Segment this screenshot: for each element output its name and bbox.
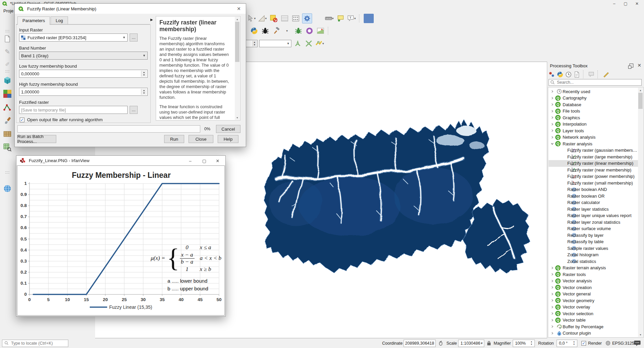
toolbox-group-buffer-by-percentage[interactable]: %Buffer by Percentage bbox=[549, 323, 638, 330]
toolbox-group-vector-table[interactable]: QVector table bbox=[549, 317, 638, 324]
tab-log[interactable]: Log bbox=[51, 16, 68, 25]
toolbox-group-vector-geometry[interactable]: QVector geometry bbox=[549, 297, 638, 304]
deselect-features-icon[interactable] bbox=[269, 14, 278, 23]
minimize-button[interactable]: – bbox=[609, 0, 620, 7]
chevron-right-icon[interactable] bbox=[551, 319, 554, 322]
toolbox-group-graphics[interactable]: QGraphics bbox=[549, 114, 638, 121]
maximize-button[interactable]: ▢ bbox=[620, 0, 631, 7]
toolbox-search[interactable] bbox=[549, 79, 642, 86]
toolbox-group-file-tools[interactable]: QFile tools bbox=[549, 108, 638, 115]
toolbox-algorithm-raster-layer-unique-values-report[interactable]: Raster layer unique values report bbox=[549, 212, 638, 219]
close-button[interactable]: ✕ bbox=[631, 0, 643, 7]
python-console-icon[interactable] bbox=[249, 26, 259, 36]
chevron-right-icon[interactable] bbox=[551, 110, 554, 113]
chevron-right-icon[interactable] bbox=[551, 312, 554, 315]
viewer-minimize-icon[interactable]: – bbox=[186, 157, 195, 164]
menu-project[interactable]: Proje bbox=[3, 8, 13, 13]
rotation-spinbox[interactable]: 0,0 ° ▲▼ bbox=[557, 340, 577, 347]
statistics-summary-icon[interactable] bbox=[314, 14, 323, 23]
chevron-right-icon[interactable] bbox=[551, 123, 554, 126]
render-checkbox[interactable]: ✓ bbox=[581, 341, 586, 346]
edit-tool-icon[interactable]: ✐ bbox=[2, 59, 13, 70]
fuzzify-dialog[interactable]: Fuzzify Raster (Linear Membership) ✕ Par… bbox=[14, 3, 246, 147]
close-dialog-button[interactable]: Close bbox=[189, 135, 213, 143]
history-clock-icon[interactable] bbox=[565, 71, 572, 78]
style-manager-icon[interactable]: ✎ bbox=[2, 46, 13, 57]
dialog-close-icon[interactable]: ✕ bbox=[234, 4, 244, 13]
viewer-maximize-icon[interactable]: ▢ bbox=[200, 157, 209, 164]
snapping-units-combobox[interactable]: ▼ bbox=[259, 40, 291, 47]
toolbox-algorithm-raster-layer-statistics[interactable]: Raster layer statistics bbox=[549, 206, 638, 212]
low-bound-spinbox[interactable]: 0,000000 ▲▼ bbox=[19, 70, 148, 78]
tab-parameters[interactable]: Parameters bbox=[17, 16, 50, 25]
edit-toolbox-icon[interactable] bbox=[602, 71, 609, 78]
help-scrollbar[interactable]: ▲ ▼ bbox=[235, 17, 240, 120]
comment-icon[interactable] bbox=[588, 71, 594, 78]
symbology-brush-icon[interactable] bbox=[2, 115, 13, 126]
results-viewer-icon[interactable] bbox=[574, 71, 580, 78]
toolbox-algorithm-reclassify-by-layer[interactable]: Reclassify by layer bbox=[549, 232, 638, 238]
messages-button[interactable] bbox=[634, 338, 641, 348]
help-contents-icon[interactable] bbox=[364, 14, 374, 23]
toolbox-group-interpolation[interactable]: QInterpolation bbox=[549, 121, 638, 128]
chevron-right-icon[interactable] bbox=[551, 136, 554, 139]
toolbox-group-vector-creation[interactable]: QVector creation bbox=[549, 284, 638, 291]
scale-combobox[interactable]: 1:1030486▼ bbox=[458, 340, 484, 347]
toolbox-group-cartography[interactable]: QCartography bbox=[549, 95, 638, 101]
render-checkbox-row[interactable]: ✓ Render bbox=[581, 338, 602, 348]
python-icon[interactable] bbox=[557, 71, 563, 78]
float-panel-icon[interactable] bbox=[628, 63, 634, 69]
toolbox-algorithm-raster-boolean-or[interactable]: Raster boolean OR bbox=[549, 193, 638, 199]
osm-place-search-icon[interactable] bbox=[316, 26, 325, 36]
undo-redo-icon[interactable]: ▼ bbox=[283, 26, 292, 36]
output-file-field[interactable]: [Save to temporary file] bbox=[19, 106, 128, 114]
band-combobox[interactable]: Band 1 (Gray) ▼ bbox=[19, 52, 148, 60]
chevron-right-icon[interactable] bbox=[551, 305, 554, 309]
georeferencer-icon[interactable] bbox=[2, 142, 13, 153]
search-input[interactable] bbox=[556, 80, 635, 85]
snapping-tolerance-spinbox[interactable]: ▲▼ bbox=[245, 40, 258, 47]
map-tips-icon[interactable] bbox=[336, 14, 345, 23]
toolbox-algorithm-fuzzify-raster-linear-membership-[interactable]: 10Fuzzify raster (linear membership) bbox=[549, 160, 638, 167]
chevron-right-icon[interactable] bbox=[551, 292, 554, 296]
toolbox-group-network-analysis[interactable]: QNetwork analysis bbox=[549, 134, 638, 141]
toolbox-algorithm-sample-raster-values[interactable]: Sample raster values bbox=[549, 245, 638, 252]
plugin-manager-icon[interactable] bbox=[305, 26, 314, 36]
toolbox-algorithm-fuzzify-raster-near-membership-[interactable]: 10Fuzzify raster (near membership) bbox=[549, 166, 638, 173]
developer-tools-icon[interactable] bbox=[272, 26, 281, 36]
cancel-button[interactable]: Cancel bbox=[216, 125, 240, 133]
mesh-crate-icon[interactable] bbox=[2, 129, 13, 139]
chevron-right-icon[interactable] bbox=[551, 273, 554, 276]
vertex-tool-icon[interactable] bbox=[2, 102, 13, 113]
chevron-right-icon[interactable] bbox=[551, 286, 554, 289]
collapse-help-icon[interactable]: ▶ bbox=[150, 18, 153, 21]
toolbox-group-layer-tools[interactable]: QLayer tools bbox=[549, 127, 638, 134]
toolbox-group-contour-plugin[interactable]: Contour plugin bbox=[549, 330, 638, 337]
text-annotation-icon[interactable]: T▼ bbox=[347, 14, 356, 23]
profile-tool-icon[interactable] bbox=[333, 26, 342, 36]
measure-tool-icon[interactable]: ▼ bbox=[325, 14, 334, 23]
run-as-batch-button[interactable]: Run as Batch Process... bbox=[17, 135, 56, 143]
toolbox-group-vector-selection[interactable]: QVector selection bbox=[549, 310, 638, 317]
snap-endpoint-icon[interactable] bbox=[293, 39, 302, 48]
processing-toolbox-toggle-icon[interactable] bbox=[302, 13, 312, 23]
toolbox-group-vector-analysis[interactable]: QVector analysis bbox=[549, 278, 638, 284]
toolbox-tree[interactable]: ▲ ▼ Recently usedQCartographyQDatabaseQF… bbox=[548, 87, 644, 338]
output-browse-button[interactable]: … bbox=[130, 106, 138, 114]
chevron-right-icon[interactable] bbox=[551, 103, 554, 106]
select-by-form-icon[interactable]: ▼ bbox=[258, 14, 267, 23]
toolbox-algorithm-reclassify-by-table[interactable]: Reclassify by table bbox=[549, 238, 638, 245]
scroll-down-icon[interactable]: ▼ bbox=[638, 332, 643, 337]
toolbox-group-vector-general[interactable]: QVector general bbox=[549, 291, 638, 297]
chevron-right-icon[interactable] bbox=[551, 332, 554, 335]
viewer-close-icon[interactable]: ✕ bbox=[213, 157, 222, 164]
history-gears-icon[interactable] bbox=[549, 71, 555, 78]
plugin-bug-icon[interactable] bbox=[294, 26, 303, 36]
checkbox-checked-icon[interactable]: ✓ bbox=[20, 118, 24, 122]
toolbox-algorithm-zonal-statistics[interactable]: Zonal statistics bbox=[549, 258, 638, 265]
metasearch-globe-icon[interactable] bbox=[2, 183, 13, 194]
chevron-right-icon[interactable] bbox=[551, 279, 554, 283]
attribute-table-icon[interactable] bbox=[280, 14, 289, 23]
magnifier-spinbox[interactable]: 100% ▲▼ bbox=[513, 340, 535, 347]
toolbox-algorithm-zonal-histogram[interactable]: Zonal histogram bbox=[549, 252, 638, 258]
